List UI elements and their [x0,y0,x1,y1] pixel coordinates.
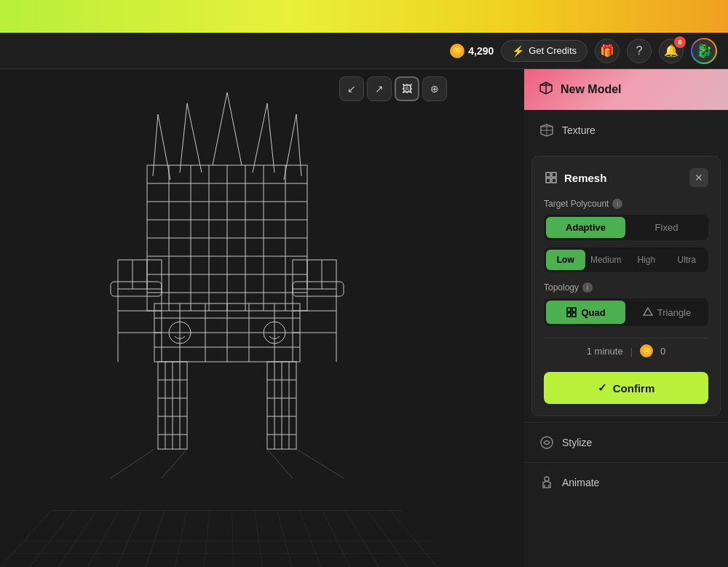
svg-point-85 [541,437,553,448]
svg-line-69 [162,449,187,478]
svg-point-86 [545,477,549,481]
gift-button[interactable]: 🎁 [595,39,620,63]
topology-label: Topology i [544,282,708,293]
gift-icon: 🎁 [600,44,614,58]
svg-line-5 [267,103,274,173]
quad-button[interactable]: Quad [546,301,625,324]
remesh-icon [544,170,558,185]
svg-line-9 [296,114,301,176]
svg-rect-79 [546,178,550,183]
svg-line-1 [227,92,242,165]
throne-wireframe [52,71,402,507]
credits-display: 🪙 4,290 [450,44,494,58]
right-panel: New Model Texture Remesh [524,69,728,567]
texture-label: Texture [562,124,596,136]
remesh-title-text: Remesh [564,172,606,184]
lightning-icon: ⚡ [512,45,524,57]
low-button[interactable]: Low [546,250,585,270]
texture-icon [539,122,555,138]
svg-line-6 [153,114,158,176]
polycount-label-text: Target Polycount [544,199,609,209]
help-icon: ? [636,44,643,58]
svg-rect-80 [552,178,556,183]
svg-rect-78 [552,173,556,177]
svg-rect-81 [567,308,571,312]
get-credits-label: Get Credits [529,45,577,56]
triangle-icon [642,306,654,318]
avatar-image: 🐉 [692,39,716,63]
remesh-close-button[interactable]: ✕ [689,168,708,187]
confirm-button[interactable]: ✓ Confirm [544,372,708,404]
medium-button[interactable]: Medium [587,250,626,270]
svg-rect-82 [572,308,576,312]
new-model-button[interactable]: New Model [524,69,728,110]
estimate-time: 1 minute [587,346,623,357]
svg-line-3 [187,103,202,173]
top-bar [0,0,728,33]
svg-line-0 [213,92,227,165]
cube-icon [539,81,553,98]
svg-line-68 [111,449,154,478]
animate-section[interactable]: Animate [524,462,728,502]
ultra-button[interactable]: Ultra [668,250,707,270]
polycount-mode-group: Adaptive Fixed [544,215,708,240]
triangle-button[interactable]: Triangle [627,301,706,324]
svg-line-71 [296,449,344,478]
quad-icon [566,306,577,318]
help-button[interactable]: ? [627,39,652,63]
topology-info-icon[interactable]: i [582,282,593,293]
viewport: ↙ ↗ 🖼 ⊕ [0,69,454,567]
model-container [22,84,432,494]
svg-rect-77 [546,173,550,177]
triangle-label: Triangle [657,307,691,318]
svg-line-7 [158,114,170,180]
remesh-header: Remesh ✕ [544,168,708,187]
stylize-icon [539,435,555,451]
stylize-section[interactable]: Stylize [524,422,728,462]
polycount-size-group: Low Medium High Ultra [544,247,708,272]
estimate-cost: 0 [660,346,665,357]
credits-value: 4,290 [468,45,494,57]
quad-label: Quad [581,307,605,318]
notification-button[interactable]: 🔔 8 [659,39,684,63]
svg-rect-84 [572,313,576,317]
floor-grid [0,510,454,567]
estimate-coin-icon: 🪙 [640,344,653,357]
header-bar: 🪙 4,290 ⚡ Get Credits 🎁 ? 🔔 8 🐉 [0,33,728,69]
check-icon: ✓ [598,381,607,394]
high-button[interactable]: High [627,250,666,270]
polycount-label: Target Polycount i [544,199,708,209]
estimate-divider: | [630,346,633,357]
get-credits-button[interactable]: ⚡ Get Credits [501,40,587,62]
stylize-label: Stylize [562,437,592,448]
estimate-row: 1 minute | 🪙 0 [544,338,708,363]
adaptive-button[interactable]: Adaptive [546,217,625,238]
remesh-panel: Remesh ✕ Target Polycount i Adaptive Fix… [531,156,721,416]
topology-label-text: Topology [544,282,579,293]
svg-line-4 [253,103,267,173]
svg-line-8 [284,114,296,180]
svg-rect-83 [567,313,571,317]
fixed-button[interactable]: Fixed [627,217,706,238]
confirm-label: Confirm [613,382,655,394]
new-model-label: New Model [561,83,622,96]
animate-icon [539,475,555,491]
svg-line-2 [180,103,187,173]
animate-label: Animate [562,477,599,488]
remesh-title: Remesh [544,170,606,185]
topology-group: Quad Triangle [544,298,708,326]
polycount-info-icon[interactable]: i [612,199,622,209]
coin-icon: 🪙 [450,44,464,58]
avatar-button[interactable]: 🐉 [691,38,717,64]
texture-section[interactable]: Texture [524,110,728,150]
svg-line-70 [267,449,293,478]
notification-badge: 8 [674,36,686,48]
